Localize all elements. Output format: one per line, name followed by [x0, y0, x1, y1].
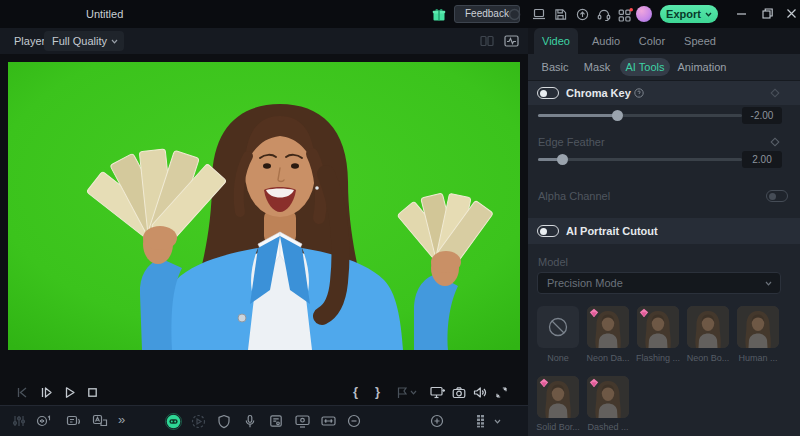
transport-controls: { }	[0, 382, 528, 405]
preset-tile[interactable]	[537, 376, 579, 418]
fullscreen-button[interactable]	[495, 386, 508, 399]
snapshot-button[interactable]	[452, 386, 466, 399]
gift-icon[interactable]	[432, 8, 446, 21]
edge-feather-value[interactable]: 2.00	[742, 151, 782, 168]
marker-chevron-icon[interactable]	[410, 390, 417, 395]
mute-button[interactable]	[473, 386, 487, 399]
tab-audio[interactable]: Audio	[584, 28, 628, 54]
preview-area[interactable]	[0, 54, 528, 358]
chroma-key-info-icon[interactable]	[634, 88, 644, 98]
alpha-channel-label: Alpha Channel	[538, 186, 610, 206]
screen-share-icon[interactable]	[295, 414, 310, 428]
preset-label: Dashed ...	[583, 422, 633, 432]
tab-color[interactable]: Color	[630, 28, 674, 54]
edge-feather-label: Edge Feather	[538, 132, 605, 152]
track-manager-chevron-icon[interactable]	[494, 419, 501, 424]
chroma-key-section: Chroma Key	[528, 81, 800, 105]
mark-in-button[interactable]: {	[353, 384, 358, 399]
edge-feather-slider-handle[interactable]	[557, 154, 568, 165]
quality-dropdown[interactable]: Full Quality	[44, 31, 124, 51]
split-screen-icon[interactable]	[480, 35, 494, 47]
upload-icon[interactable]	[576, 8, 589, 21]
preset-none[interactable]	[537, 306, 579, 348]
subtab-mask[interactable]: Mask	[578, 54, 616, 80]
model-chevron-icon	[765, 281, 772, 286]
edge-feather-slider[interactable]	[538, 158, 742, 161]
translate-icon[interactable]	[92, 414, 108, 429]
track-manager-icon[interactable]	[476, 414, 489, 428]
render-preview-icon[interactable]	[191, 414, 206, 429]
player-label: Player	[14, 28, 45, 54]
project-title: Untitled	[86, 0, 123, 28]
mirror-preview-button[interactable]	[430, 386, 445, 399]
previous-frame-button[interactable]	[16, 386, 29, 399]
mark-out-button[interactable]: }	[375, 384, 380, 399]
stop-button[interactable]	[86, 386, 99, 399]
model-value: Precision Mode	[547, 277, 623, 289]
export-chevron-icon	[705, 12, 712, 17]
zoom-out-icon[interactable]	[347, 414, 361, 428]
preset-tile[interactable]	[587, 376, 629, 418]
record-status-icon[interactable]	[508, 8, 521, 21]
preset-tile[interactable]	[687, 306, 729, 348]
fit-timeline-icon[interactable]	[321, 414, 336, 428]
chroma-key-toggle[interactable]	[537, 87, 559, 99]
zoom-in-icon[interactable]	[430, 414, 444, 428]
chroma-key-label: Chroma Key	[566, 81, 631, 105]
quality-chevron-icon	[111, 39, 118, 44]
subtab-ai-tools[interactable]: AI Tools	[620, 58, 670, 76]
step-forward-button[interactable]	[40, 386, 53, 399]
notes-icon[interactable]	[269, 414, 283, 428]
maximize-button[interactable]	[762, 8, 773, 19]
audio-mixer-icon[interactable]	[12, 414, 26, 428]
chroma-key-keyframe-icon[interactable]	[770, 88, 780, 98]
user-avatar[interactable]	[636, 6, 652, 22]
preset-label: Neon Bo...	[683, 353, 733, 363]
preset-tile[interactable]	[637, 306, 679, 348]
minimize-button[interactable]	[736, 8, 747, 19]
chroma-key-value[interactable]: -2.00	[742, 107, 782, 124]
pro-badge-icon	[539, 378, 549, 388]
ai-portrait-section: AI Portrait Cutout	[528, 218, 800, 244]
ai-portrait-label: AI Portrait Cutout	[566, 218, 658, 244]
more-tools-icon[interactable]: »	[118, 412, 125, 427]
none-icon	[547, 316, 569, 338]
subtab-basic[interactable]: Basic	[536, 54, 574, 80]
play-button[interactable]	[63, 386, 76, 399]
scope-monitor-icon[interactable]	[504, 35, 519, 47]
preset-label: Solid Bor...	[533, 422, 583, 432]
apps-grid-icon[interactable]	[618, 8, 633, 22]
save-icon[interactable]	[554, 8, 567, 21]
shield-icon[interactable]	[217, 414, 231, 429]
tab-video[interactable]: Video	[534, 28, 578, 54]
marker-button[interactable]	[396, 386, 408, 399]
pro-badge-icon	[589, 378, 599, 388]
title-bar: Untitled Feedback	[0, 0, 800, 28]
voice-to-text-icon[interactable]	[36, 414, 52, 429]
ai-portrait-toggle[interactable]	[537, 225, 559, 237]
text-to-speech-icon[interactable]	[66, 414, 82, 429]
ai-assistant-icon[interactable]	[165, 413, 182, 430]
quality-value: Full Quality	[52, 35, 107, 47]
tab-speed[interactable]: Speed	[676, 28, 724, 54]
model-dropdown[interactable]: Precision Mode	[537, 272, 781, 294]
device-preview-icon[interactable]	[532, 8, 546, 20]
preset-tile[interactable]	[737, 306, 779, 348]
subtab-animation[interactable]: Animation	[674, 54, 730, 80]
microphone-icon[interactable]	[243, 414, 257, 429]
alpha-channel-toggle[interactable]	[766, 190, 788, 202]
preset-tile[interactable]	[587, 306, 629, 348]
support-icon[interactable]	[597, 8, 611, 21]
export-label: Export	[666, 8, 701, 20]
edge-feather-keyframe-icon[interactable]	[770, 137, 780, 147]
preset-label: Flashing ...	[633, 353, 683, 363]
model-label: Model	[538, 254, 568, 270]
video-frame	[8, 62, 520, 350]
panel-tab-bar: Video Audio Color Speed	[528, 28, 800, 54]
preset-label: None	[533, 353, 583, 363]
export-button[interactable]: Export	[660, 5, 718, 23]
close-button[interactable]	[786, 8, 797, 19]
preset-label: Human ...	[733, 353, 783, 363]
timeline-toolbar: »	[0, 405, 528, 436]
chroma-key-slider-handle[interactable]	[612, 110, 623, 121]
